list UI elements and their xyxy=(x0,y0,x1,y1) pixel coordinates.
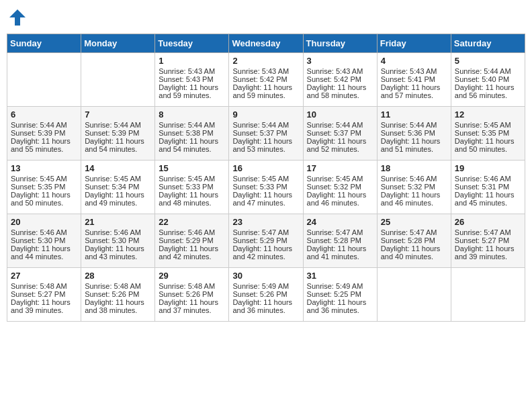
calendar-cell: 25Sunrise: 5:47 AMSunset: 5:28 PMDayligh… xyxy=(377,214,451,268)
sunrise-text: Sunrise: 5:46 AM xyxy=(381,175,447,183)
sunrise-text: Sunrise: 5:43 AM xyxy=(159,67,225,75)
day-number: 29 xyxy=(159,271,225,281)
calendar-cell: 17Sunrise: 5:45 AMSunset: 5:32 PMDayligh… xyxy=(303,161,377,214)
daylight-text: Daylight: 11 hours and 41 minutes. xyxy=(307,244,373,261)
day-number: 6 xyxy=(11,109,77,120)
calendar-cell: 16Sunrise: 5:45 AMSunset: 5:33 PMDayligh… xyxy=(229,161,303,214)
daylight-text: Daylight: 11 hours and 36 minutes. xyxy=(232,298,299,314)
calendar-cell: 22Sunrise: 5:46 AMSunset: 5:29 PMDayligh… xyxy=(155,214,229,268)
daylight-text: Daylight: 11 hours and 54 minutes. xyxy=(159,137,225,153)
calendar-cell: 12Sunrise: 5:45 AMSunset: 5:35 PMDayligh… xyxy=(451,107,525,161)
calendar-cell: 6Sunrise: 5:44 AMSunset: 5:39 PMDaylight… xyxy=(7,107,81,161)
daylight-text: Daylight: 11 hours and 39 minutes. xyxy=(455,244,521,261)
sunrise-text: Sunrise: 5:43 AM xyxy=(307,67,373,75)
sunset-text: Sunset: 5:35 PM xyxy=(11,183,77,191)
sunrise-text: Sunrise: 5:43 AM xyxy=(232,67,299,75)
calendar-cell: 5Sunrise: 5:44 AMSunset: 5:40 PMDaylight… xyxy=(451,53,525,107)
sunset-text: Sunset: 5:35 PM xyxy=(455,129,521,137)
sunset-text: Sunset: 5:37 PM xyxy=(307,129,373,137)
day-number: 2 xyxy=(232,56,299,66)
calendar-cell: 10Sunrise: 5:44 AMSunset: 5:37 PMDayligh… xyxy=(303,107,377,161)
daylight-text: Daylight: 11 hours and 55 minutes. xyxy=(11,137,77,153)
sunset-text: Sunset: 5:31 PM xyxy=(455,183,521,191)
calendar-cell: 1Sunrise: 5:43 AMSunset: 5:43 PMDaylight… xyxy=(155,53,229,107)
sunrise-text: Sunrise: 5:48 AM xyxy=(159,282,225,290)
sunset-text: Sunset: 5:34 PM xyxy=(85,183,151,191)
sunset-text: Sunset: 5:26 PM xyxy=(159,290,225,298)
sunrise-text: Sunrise: 5:46 AM xyxy=(159,228,225,236)
calendar-cell: 3Sunrise: 5:43 AMSunset: 5:42 PMDaylight… xyxy=(303,53,377,107)
sunrise-text: Sunrise: 5:47 AM xyxy=(455,228,521,236)
day-number: 5 xyxy=(455,56,521,66)
daylight-text: Daylight: 11 hours and 49 minutes. xyxy=(85,191,151,207)
sunset-text: Sunset: 5:26 PM xyxy=(85,290,151,298)
sunset-text: Sunset: 5:39 PM xyxy=(85,129,151,137)
calendar-week-3: 13Sunrise: 5:45 AMSunset: 5:35 PMDayligh… xyxy=(7,161,525,214)
calendar-cell: 15Sunrise: 5:45 AMSunset: 5:33 PMDayligh… xyxy=(155,161,229,214)
sunrise-text: Sunrise: 5:44 AM xyxy=(455,67,521,75)
calendar-week-2: 6Sunrise: 5:44 AMSunset: 5:39 PMDaylight… xyxy=(7,107,525,161)
sunrise-text: Sunrise: 5:48 AM xyxy=(11,282,77,290)
day-header-wednesday: Wednesday xyxy=(229,34,303,53)
sunrise-text: Sunrise: 5:45 AM xyxy=(307,175,373,183)
sunrise-text: Sunrise: 5:45 AM xyxy=(11,175,77,183)
daylight-text: Daylight: 11 hours and 59 minutes. xyxy=(159,83,225,99)
sunset-text: Sunset: 5:42 PM xyxy=(307,75,373,83)
daylight-text: Daylight: 11 hours and 53 minutes. xyxy=(232,137,299,153)
sunset-text: Sunset: 5:30 PM xyxy=(85,236,151,244)
daylight-text: Daylight: 11 hours and 45 minutes. xyxy=(455,191,521,207)
logo xyxy=(7,7,31,28)
daylight-text: Daylight: 11 hours and 56 minutes. xyxy=(455,83,521,99)
logo-icon xyxy=(7,7,28,28)
sunset-text: Sunset: 5:33 PM xyxy=(232,183,299,191)
day-number: 27 xyxy=(11,271,77,281)
calendar-week-4: 20Sunrise: 5:46 AMSunset: 5:30 PMDayligh… xyxy=(7,214,525,268)
day-header-saturday: Saturday xyxy=(451,34,525,53)
calendar-cell: 8Sunrise: 5:44 AMSunset: 5:38 PMDaylight… xyxy=(155,107,229,161)
daylight-text: Daylight: 11 hours and 50 minutes. xyxy=(455,137,521,153)
sunset-text: Sunset: 5:38 PM xyxy=(159,129,225,137)
day-number: 21 xyxy=(85,217,151,227)
calendar-cell: 13Sunrise: 5:45 AMSunset: 5:35 PMDayligh… xyxy=(7,161,81,214)
day-number: 25 xyxy=(381,217,447,227)
day-number: 18 xyxy=(381,163,447,173)
sunrise-text: Sunrise: 5:44 AM xyxy=(159,121,225,129)
sunrise-text: Sunrise: 5:44 AM xyxy=(307,121,373,129)
calendar-cell: 7Sunrise: 5:44 AMSunset: 5:39 PMDaylight… xyxy=(81,107,155,161)
day-number: 10 xyxy=(307,109,373,120)
daylight-text: Daylight: 11 hours and 39 minutes. xyxy=(11,298,77,314)
day-number: 31 xyxy=(307,271,373,281)
sunset-text: Sunset: 5:37 PM xyxy=(232,129,299,137)
day-number: 3 xyxy=(307,56,373,66)
daylight-text: Daylight: 11 hours and 40 minutes. xyxy=(381,244,447,261)
daylight-text: Daylight: 11 hours and 42 minutes. xyxy=(159,244,225,261)
sunrise-text: Sunrise: 5:44 AM xyxy=(11,121,77,129)
day-number: 30 xyxy=(232,271,299,281)
daylight-text: Daylight: 11 hours and 36 minutes. xyxy=(307,298,373,314)
calendar-cell: 9Sunrise: 5:44 AMSunset: 5:37 PMDaylight… xyxy=(229,107,303,161)
sunset-text: Sunset: 5:42 PM xyxy=(232,75,299,83)
day-header-friday: Friday xyxy=(377,34,451,53)
calendar-cell: 19Sunrise: 5:46 AMSunset: 5:31 PMDayligh… xyxy=(451,161,525,214)
daylight-text: Daylight: 11 hours and 48 minutes. xyxy=(159,191,225,207)
calendar-week-1: 1Sunrise: 5:43 AMSunset: 5:43 PMDaylight… xyxy=(7,53,525,107)
day-header-thursday: Thursday xyxy=(303,34,377,53)
sunset-text: Sunset: 5:27 PM xyxy=(11,290,77,298)
sunrise-text: Sunrise: 5:45 AM xyxy=(159,175,225,183)
sunset-text: Sunset: 5:29 PM xyxy=(159,236,225,244)
daylight-text: Daylight: 11 hours and 57 minutes. xyxy=(381,83,447,99)
sunrise-text: Sunrise: 5:49 AM xyxy=(232,282,299,290)
day-header-monday: Monday xyxy=(81,34,155,53)
calendar-cell: 23Sunrise: 5:47 AMSunset: 5:29 PMDayligh… xyxy=(229,214,303,268)
sunset-text: Sunset: 5:27 PM xyxy=(455,236,521,244)
sunrise-text: Sunrise: 5:45 AM xyxy=(232,175,299,183)
daylight-text: Daylight: 11 hours and 46 minutes. xyxy=(381,191,447,207)
daylight-text: Daylight: 11 hours and 47 minutes. xyxy=(232,191,299,207)
sunset-text: Sunset: 5:33 PM xyxy=(159,183,225,191)
day-number: 14 xyxy=(85,163,151,173)
calendar-cell: 18Sunrise: 5:46 AMSunset: 5:32 PMDayligh… xyxy=(377,161,451,214)
day-number: 19 xyxy=(455,163,521,173)
calendar-cell: 14Sunrise: 5:45 AMSunset: 5:34 PMDayligh… xyxy=(81,161,155,214)
day-number: 24 xyxy=(307,217,373,227)
day-number: 20 xyxy=(11,217,77,227)
